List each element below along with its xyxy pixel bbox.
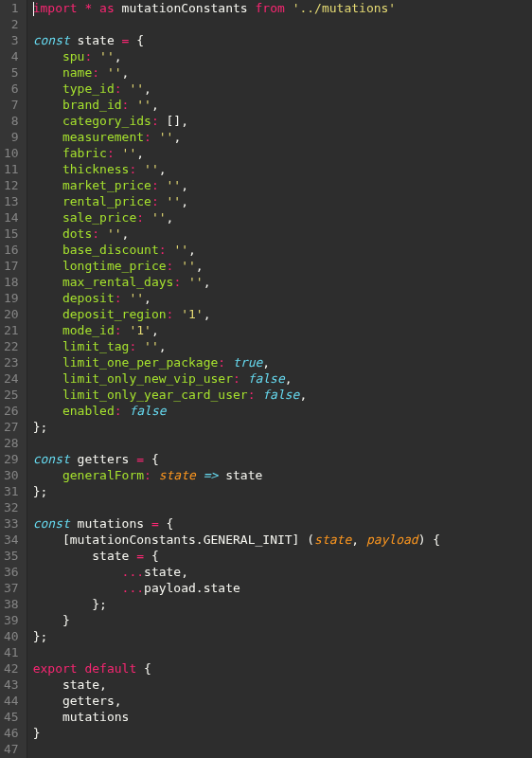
line-number: 44 — [4, 693, 19, 709]
line-number: 2 — [4, 16, 19, 32]
token-id — [99, 65, 107, 80]
code-line[interactable]: dots: '', — [33, 226, 532, 242]
code-editor-content[interactable]: import * as mutationConstants from '../m… — [27, 0, 532, 758]
token-id — [33, 355, 62, 370]
code-line[interactable]: longtime_price: '', — [33, 258, 532, 274]
line-number: 10 — [4, 145, 19, 161]
token-id: state — [33, 549, 137, 563]
line-number: 38 — [4, 596, 19, 612]
token-punc: . — [196, 581, 204, 595]
code-line[interactable]: limit_one_per_package: true, — [33, 354, 532, 370]
code-line[interactable]: measurement: '', — [33, 129, 532, 145]
token-punc: , — [181, 114, 188, 128]
code-line[interactable]: limit_only_new_vip_user: false, — [33, 370, 532, 387]
line-number: 7 — [4, 97, 19, 113]
token-punc: , — [181, 178, 188, 192]
code-line[interactable]: rental_price: '', — [33, 193, 532, 209]
code-line[interactable]: enabled: false — [33, 403, 532, 419]
token-kw: export — [33, 661, 78, 676]
token-id — [33, 468, 62, 482]
token-id — [159, 516, 167, 531]
token-punc: . — [196, 532, 204, 547]
token-punc: , — [115, 694, 122, 708]
token-punc: , — [181, 194, 188, 208]
token-id — [33, 388, 62, 402]
code-line[interactable]: [mutationConstants.GENERAL_INIT] (state,… — [33, 532, 532, 548]
code-line[interactable]: }; — [33, 628, 532, 644]
code-line[interactable]: } — [33, 725, 532, 741]
code-line[interactable]: deposit: '', — [33, 290, 532, 306]
code-line[interactable] — [33, 644, 532, 660]
line-number: 43 — [4, 677, 19, 693]
code-line[interactable]: mutations — [33, 709, 532, 725]
code-line[interactable]: }; — [33, 419, 532, 435]
token-punc: , — [188, 243, 196, 257]
token-punc: , — [144, 291, 151, 305]
code-line[interactable]: sale_price: '', — [33, 209, 532, 226]
line-number: 3 — [4, 32, 19, 48]
code-line[interactable]: }; — [33, 596, 532, 612]
token-fn: market_price — [62, 178, 151, 192]
line-number: 13 — [4, 193, 19, 209]
code-line[interactable]: spu: '', — [33, 48, 532, 64]
token-punc: , — [167, 210, 174, 225]
token-str: '' — [144, 339, 159, 353]
token-kw2: const — [33, 452, 70, 466]
code-line[interactable]: const state = { — [33, 32, 532, 48]
code-line[interactable]: name: '', — [33, 64, 532, 81]
token-id: state — [33, 677, 99, 692]
token-fn: limit_only_year_card_user — [62, 388, 248, 402]
line-number: 45 — [4, 709, 19, 725]
code-line[interactable] — [33, 741, 532, 757]
token-op: = — [151, 516, 159, 531]
token-id — [33, 339, 62, 353]
token-id — [144, 210, 151, 225]
code-line[interactable]: ...state, — [33, 564, 532, 580]
token-op: : — [115, 81, 122, 96]
code-line[interactable]: }; — [33, 483, 532, 499]
code-line[interactable]: mode_id: '1', — [33, 322, 532, 338]
code-line[interactable] — [33, 499, 532, 515]
code-line[interactable]: getters, — [33, 693, 532, 709]
token-id — [115, 146, 122, 160]
code-line[interactable]: const mutations = { — [33, 515, 532, 532]
token-id — [33, 194, 62, 208]
code-line[interactable]: deposit_region: '1', — [33, 306, 532, 322]
token-str: '../mutations' — [293, 1, 397, 15]
token-fn: base_discount — [62, 243, 159, 257]
token-fn: generalForm — [62, 468, 144, 482]
code-line[interactable]: base_discount: '', — [33, 242, 532, 258]
code-line[interactable]: limit_tag: '', — [33, 338, 532, 354]
token-fn: dots — [62, 226, 92, 241]
token-id: payload — [144, 581, 196, 595]
code-line[interactable]: type_id: '', — [33, 81, 532, 97]
token-id — [92, 1, 99, 15]
code-line[interactable]: max_rental_days: '', — [33, 274, 532, 290]
token-str: '' — [122, 146, 137, 160]
code-line[interactable]: export default { — [33, 660, 532, 677]
token-id — [33, 565, 122, 579]
code-line[interactable]: generalForm: state => state — [33, 467, 532, 483]
token-id — [33, 226, 62, 241]
code-line[interactable]: import * as mutationConstants from '../m… — [33, 0, 532, 16]
token-id: state — [218, 468, 262, 482]
code-line[interactable] — [33, 16, 532, 32]
code-line[interactable]: ...payload.state — [33, 580, 532, 596]
code-line[interactable]: } — [33, 612, 532, 628]
token-kw2: true — [233, 355, 262, 370]
token-fn: category_ids — [62, 114, 151, 128]
token-id — [285, 1, 293, 15]
token-punc: [ — [62, 532, 70, 547]
code-line[interactable]: category_ids: [], — [33, 113, 532, 129]
code-line[interactable]: limit_only_year_card_user: false, — [33, 387, 532, 403]
code-line[interactable]: state, — [33, 677, 532, 693]
code-line[interactable]: state = { — [33, 548, 532, 564]
code-line[interactable] — [33, 435, 532, 451]
token-id — [151, 468, 159, 482]
code-line[interactable]: const getters = { — [33, 451, 532, 467]
code-line[interactable]: thickness: '', — [33, 161, 532, 177]
line-number: 26 — [4, 403, 19, 419]
code-line[interactable]: market_price: '', — [33, 177, 532, 193]
code-line[interactable]: fabric: '', — [33, 145, 532, 161]
code-line[interactable]: brand_id: '', — [33, 97, 532, 113]
